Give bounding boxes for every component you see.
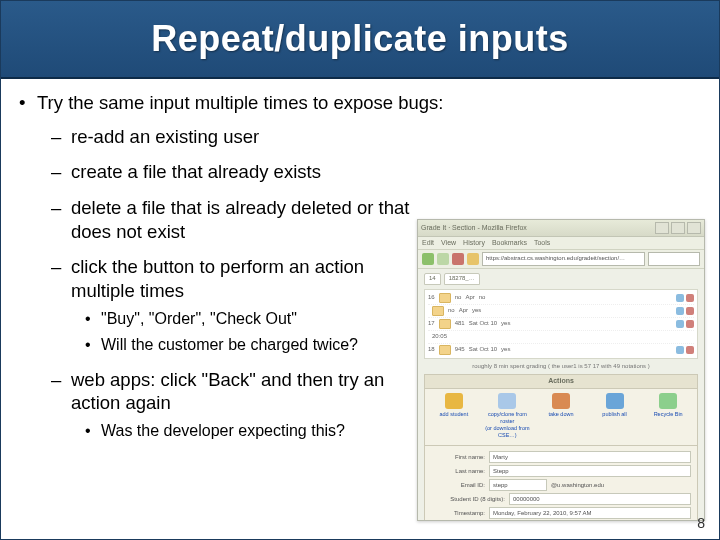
window-buttons	[655, 222, 701, 234]
cell: no	[455, 294, 462, 302]
bullet-c: delete a file that is already deleted or…	[51, 196, 431, 243]
window-title: Grade It · Section - Mozilla Firefox	[421, 224, 527, 233]
cell: Apr	[459, 307, 468, 315]
action-add-student[interactable]: add student	[427, 393, 481, 439]
label-email: Email ID:	[431, 482, 485, 490]
recycle-icon	[659, 393, 677, 409]
table-row: 17 481 Sat Oct 10 yes	[428, 318, 694, 331]
cell: 481	[455, 320, 465, 328]
add-student-form: First name:Marty Last name:Stepp Email I…	[424, 446, 698, 521]
title-bar: Repeat/duplicate inputs	[1, 1, 719, 79]
edit-icon[interactable]	[676, 320, 684, 328]
forward-icon[interactable]	[437, 253, 449, 265]
action-recycle-bin[interactable]: Recycle Bin	[641, 393, 695, 439]
minimize-icon[interactable]	[655, 222, 669, 234]
takedown-icon	[552, 393, 570, 409]
actions-header: Actions	[424, 374, 698, 389]
tab-1[interactable]: 14	[424, 273, 441, 285]
menu-history[interactable]: History	[463, 239, 485, 248]
window-titlebar: Grade It · Section - Mozilla Firefox	[418, 220, 704, 237]
cell: 20:05	[432, 333, 447, 341]
menu-bookmarks[interactable]: Bookmarks	[492, 239, 527, 248]
action-take-down[interactable]: take down	[534, 393, 588, 439]
bullet-e-text: web apps: click "Back" and then try an a…	[71, 369, 384, 414]
cell: yes	[472, 307, 481, 315]
url-bar[interactable]: https://abstract.cs.washington.edu/grade…	[482, 252, 645, 266]
delete-icon[interactable]	[686, 346, 694, 354]
bullet-main-text: Try the same input multiple times to exp…	[37, 92, 444, 113]
slide-title: Repeat/duplicate inputs	[151, 18, 569, 60]
delete-icon[interactable]	[686, 294, 694, 302]
reload-icon[interactable]	[452, 253, 464, 265]
table-row: no Apr yes	[428, 305, 694, 318]
delete-icon[interactable]	[686, 320, 694, 328]
tab-2[interactable]: 18278_…	[444, 273, 480, 285]
last-name-field[interactable]: Stepp	[489, 465, 691, 477]
home-icon[interactable]	[467, 253, 479, 265]
cell: Sat Oct 10	[469, 346, 497, 354]
first-name-field[interactable]: Marty	[489, 451, 691, 463]
email-suffix: @u.washington.edu	[551, 482, 604, 490]
label-last-name: Last name:	[431, 468, 485, 476]
cell: no	[448, 307, 455, 315]
page-number: 8	[697, 515, 705, 531]
cell: Sat Oct 10	[469, 320, 497, 328]
action-label: publish all	[602, 411, 626, 417]
email-field[interactable]: stepp	[489, 479, 547, 491]
menu-tools[interactable]: Tools	[534, 239, 550, 248]
label-student-id: Student ID (8 digits):	[431, 496, 505, 504]
bullet-d: click the button to perform an action mu…	[51, 255, 431, 355]
toolbar: https://abstract.cs.washington.edu/grade…	[418, 250, 704, 269]
tabs: 14 18278_…	[424, 273, 698, 285]
timestamp-field[interactable]: Monday, February 22, 2010, 9:57 AM	[489, 507, 691, 519]
edit-icon[interactable]	[676, 294, 684, 302]
edit-icon[interactable]	[676, 346, 684, 354]
edit-icon[interactable]	[676, 307, 684, 315]
cell: Apr	[465, 294, 474, 302]
copy-icon	[498, 393, 516, 409]
cell: yes	[501, 346, 510, 354]
action-label: Recycle Bin	[654, 411, 683, 417]
action-icons: add student copy/clone from roster(or do…	[424, 389, 698, 446]
folder-icon	[439, 319, 451, 329]
bullet-b: create a file that already exists	[51, 160, 701, 184]
folder-icon	[439, 345, 451, 355]
bullet-d-text: click the button to perform an action mu…	[71, 256, 364, 301]
menu-edit[interactable]: Edit	[422, 239, 434, 248]
maximize-icon[interactable]	[671, 222, 685, 234]
bullet-d2: Will the customer be charged twice?	[85, 335, 431, 355]
grading-note: roughly 8 min spent grading ( the user1 …	[424, 363, 698, 371]
folder-icon	[432, 306, 444, 316]
bullet-e: web apps: click "Back" and then try an a…	[51, 368, 431, 442]
label-timestamp: Timestamp:	[431, 510, 485, 518]
action-copy-roster[interactable]: copy/clone from roster(or download from …	[481, 393, 535, 439]
slide: Repeat/duplicate inputs Try the same inp…	[0, 0, 720, 540]
globe-icon	[606, 393, 624, 409]
delete-icon[interactable]	[686, 307, 694, 315]
table-row: 16 no Apr no	[428, 292, 694, 305]
cell: 18	[428, 346, 435, 354]
action-label: add student	[439, 411, 468, 417]
menubar: Edit View History Bookmarks Tools	[418, 237, 704, 250]
folder-icon	[439, 293, 451, 303]
action-sublabel: (or download from CSE…)	[485, 425, 529, 438]
cell: yes	[501, 320, 510, 328]
table-row: 20:05	[428, 331, 694, 344]
person-icon	[445, 393, 463, 409]
slide-body: Try the same input multiple times to exp…	[1, 79, 719, 441]
label-first-name: First name:	[431, 454, 485, 462]
bullet-e1: Was the developer expecting this?	[85, 421, 431, 441]
cell: 16	[428, 294, 435, 302]
grid: 16 no Apr no no Apr yes	[424, 289, 698, 359]
student-id-field[interactable]: 00000000	[509, 493, 691, 505]
close-icon[interactable]	[687, 222, 701, 234]
page-content: 14 18278_… 16 no Apr no no	[418, 269, 704, 521]
bullet-a: re-add an existing user	[51, 125, 701, 149]
action-publish-all[interactable]: publish all	[588, 393, 642, 439]
menu-view[interactable]: View	[441, 239, 456, 248]
cell: 17	[428, 320, 435, 328]
search-box[interactable]	[648, 252, 700, 266]
embedded-screenshot: Grade It · Section - Mozilla Firefox Edi…	[417, 219, 705, 521]
back-icon[interactable]	[422, 253, 434, 265]
action-label: take down	[548, 411, 573, 417]
